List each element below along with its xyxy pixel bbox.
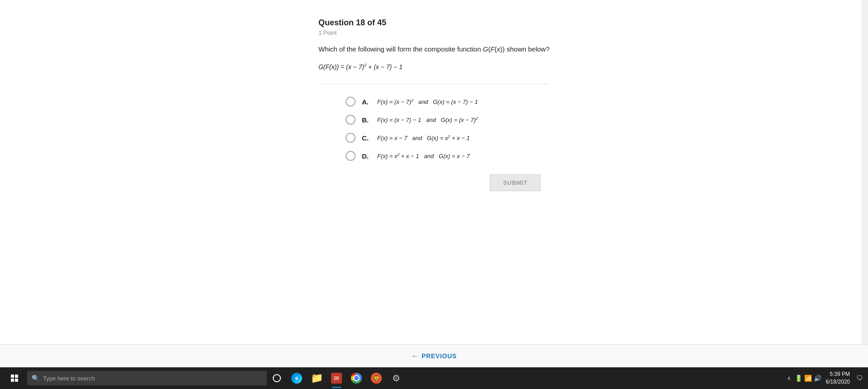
- nav-bar: ← PREVIOUS: [0, 344, 868, 367]
- tray-overflow-icon[interactable]: ∧: [785, 375, 793, 381]
- tray-time: 5:39 PM: [830, 370, 850, 378]
- option-b: B. F(x) = (x − 7) − 1 and G(x) = (x − 7)…: [346, 115, 550, 125]
- question-container: Question 18 of 45 1 Point Which of the f…: [309, 0, 559, 344]
- previous-label: PREVIOUS: [422, 352, 457, 360]
- settings-taskbar-icon[interactable]: ⚙: [386, 367, 406, 389]
- radio-a[interactable]: [346, 97, 356, 107]
- wifi-icon: 📶: [804, 375, 812, 382]
- search-input-label: Type here to search: [43, 375, 95, 382]
- chrome-icon: [351, 373, 362, 384]
- main-content: Question 18 of 45 1 Point Which of the f…: [0, 0, 868, 344]
- edge-taskbar-icon[interactable]: e: [287, 367, 307, 389]
- battery-icon: 🔋: [795, 375, 802, 382]
- taskview-icon: [273, 374, 281, 382]
- taskview-button[interactable]: [267, 367, 287, 389]
- scrollbar-track[interactable]: [862, 0, 868, 344]
- option-a-letter: A.: [362, 98, 371, 106]
- mail-icon: ✉: [331, 373, 342, 384]
- question-header: Question 18 of 45 1 Point: [318, 18, 550, 36]
- notification-icon[interactable]: 🗨: [854, 375, 864, 382]
- composite-formula: G(F(x)) = (x − 7)2 + (x − 7) − 1: [318, 63, 550, 70]
- brave-icon: 🦁: [371, 373, 382, 384]
- tray-date: 6/18/2020: [826, 378, 850, 386]
- search-icon: 🔍: [32, 375, 39, 382]
- option-b-formula: F(x) = (x − 7) − 1 and G(x) = (x − 7)2: [377, 116, 478, 123]
- option-c-formula: F(x) = x − 7 and G(x) = x2 + x − 1: [377, 134, 470, 141]
- start-button[interactable]: [4, 367, 25, 389]
- option-d: D. F(x) = x2 + x − 1 and G(x) = x − 7: [346, 151, 550, 161]
- submit-area: SUBMIT: [318, 161, 550, 200]
- question-text: Which of the following will form the com…: [318, 44, 550, 55]
- prev-arrow-icon: ←: [411, 352, 419, 360]
- edge-icon: e: [291, 373, 302, 384]
- option-c-letter: C.: [362, 134, 371, 142]
- option-a-formula: F(x) = (x − 7)2 and G(x) = (x − 7) − 1: [377, 98, 478, 105]
- question-points: 1 Point: [318, 29, 550, 36]
- taskbar: 🔍 Type here to search e 📁 ✉ 🦁 ⚙: [0, 367, 868, 389]
- option-d-letter: D.: [362, 152, 371, 160]
- previous-button[interactable]: ← PREVIOUS: [411, 352, 457, 360]
- mail-taskbar-icon[interactable]: ✉: [327, 367, 346, 389]
- radio-b[interactable]: [346, 115, 356, 125]
- option-d-formula: F(x) = x2 + x − 1 and G(x) = x − 7: [377, 152, 470, 159]
- chrome-taskbar-icon[interactable]: [346, 367, 366, 389]
- taskbar-search[interactable]: 🔍 Type here to search: [27, 371, 267, 385]
- explorer-taskbar-icon[interactable]: 📁: [307, 367, 327, 389]
- options-list: A. F(x) = (x − 7)2 and G(x) = (x − 7) − …: [346, 97, 550, 161]
- divider: [318, 84, 550, 84]
- system-tray: ∧ 🔋 📶 🔊 5:39 PM 6/18/2020 🗨: [785, 370, 864, 386]
- folder-icon: 📁: [311, 373, 322, 384]
- gear-icon: ⚙: [391, 373, 402, 384]
- option-a: A. F(x) = (x − 7)2 and G(x) = (x − 7) − …: [346, 97, 550, 107]
- submit-button[interactable]: SUBMIT: [490, 174, 541, 191]
- brave-taskbar-icon[interactable]: 🦁: [366, 367, 386, 389]
- radio-c[interactable]: [346, 133, 356, 143]
- option-b-letter: B.: [362, 116, 371, 124]
- option-c: C. F(x) = x − 7 and G(x) = x2 + x − 1: [346, 133, 550, 143]
- radio-d[interactable]: [346, 151, 356, 161]
- windows-icon: [11, 375, 18, 382]
- question-title: Question 18 of 45: [318, 18, 550, 28]
- volume-icon: 🔊: [814, 375, 821, 382]
- tray-clock[interactable]: 5:39 PM 6/18/2020: [823, 370, 853, 386]
